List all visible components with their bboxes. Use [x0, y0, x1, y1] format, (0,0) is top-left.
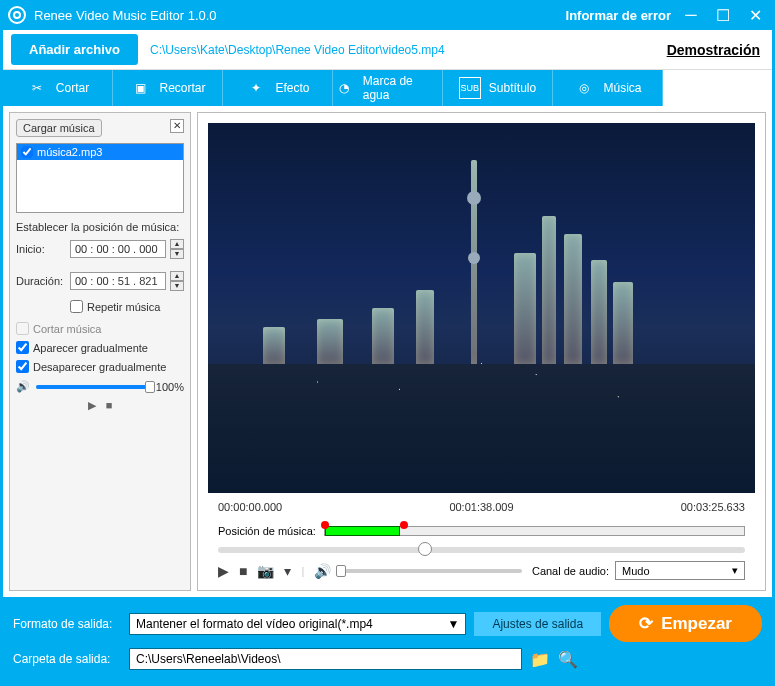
time-start: 00:00:00.000 — [218, 501, 282, 513]
tab-music[interactable]: ◎Música — [553, 70, 663, 106]
folder-label: Carpeta de salida: — [13, 652, 121, 666]
tab-subtitle[interactable]: SUBSubtítulo — [443, 70, 553, 106]
disc-icon: ◎ — [573, 77, 595, 99]
mute-button[interactable]: 🔊 — [314, 563, 331, 579]
track-marker-start[interactable] — [321, 521, 329, 529]
panel-stop-button[interactable]: ■ — [106, 399, 113, 412]
tab-blank — [663, 70, 772, 106]
file-bar: Añadir archivo C:\Users\Kate\Desktop\Ren… — [3, 30, 772, 70]
crop-icon: ▣ — [129, 77, 151, 99]
titlebar: Renee Video Music Editor 1.0.0 Informar … — [0, 0, 775, 30]
snapshot-dropdown[interactable]: ▾ — [284, 563, 291, 579]
browse-folder-button[interactable]: 📁 — [530, 650, 550, 669]
wand-icon: ✦ — [245, 77, 267, 99]
music-segment[interactable] — [325, 526, 400, 536]
music-item[interactable]: música2.mp3 — [17, 144, 183, 160]
start-spinner[interactable]: ▲▼ — [170, 239, 184, 259]
seek-thumb[interactable] — [418, 542, 432, 556]
close-button[interactable]: ✕ — [743, 3, 767, 27]
fade-out-checkbox[interactable] — [16, 360, 29, 373]
add-file-button[interactable]: Añadir archivo — [11, 34, 138, 65]
duration-spinner[interactable]: ▲▼ — [170, 271, 184, 291]
subtitle-icon: SUB — [459, 77, 481, 99]
play-button[interactable]: ▶ — [218, 563, 229, 579]
start-input[interactable]: 00 : 00 : 00 . 000 — [70, 240, 166, 258]
volume-slider[interactable] — [36, 385, 150, 389]
music-item-checkbox[interactable] — [21, 146, 33, 158]
chevron-down-icon: ▾ — [732, 564, 738, 577]
time-mid: 00:01:38.009 — [449, 501, 513, 513]
refresh-icon: ⟳ — [639, 613, 653, 634]
start-button[interactable]: ⟳Empezar — [609, 605, 762, 642]
tab-crop[interactable]: ▣Recortar — [113, 70, 223, 106]
cut-music-label: Cortar música — [33, 323, 101, 335]
maximize-button[interactable]: ☐ — [711, 3, 735, 27]
tab-watermark[interactable]: ◔Marca de agua — [333, 70, 443, 106]
load-music-button[interactable]: Cargar música — [16, 119, 102, 137]
music-track[interactable] — [324, 526, 745, 536]
open-folder-button[interactable]: 🔍 — [558, 650, 578, 669]
music-position-label: Posición de música: — [218, 525, 316, 537]
minimize-button[interactable]: ─ — [679, 3, 703, 27]
format-label: Formato de salida: — [13, 617, 121, 631]
start-label: Inicio: — [16, 243, 66, 255]
file-path: C:\Users\Kate\Desktop\Renee Video Editor… — [150, 43, 667, 57]
panel-close-button[interactable]: ✕ — [170, 119, 184, 133]
scissors-icon: ✂ — [26, 77, 48, 99]
audio-channel-label: Canal de audio: — [532, 565, 609, 577]
panel-play-button[interactable]: ▶ — [88, 399, 96, 412]
set-position-label: Establecer la posición de música: — [16, 221, 184, 233]
fade-in-label: Aparecer gradualmente — [33, 342, 148, 354]
video-preview — [208, 123, 755, 493]
volume-value: 100% — [156, 381, 184, 393]
stop-button[interactable]: ■ — [239, 563, 247, 579]
speaker-icon: 🔊 — [16, 380, 30, 393]
time-end: 00:03:25.633 — [681, 501, 745, 513]
fade-in-checkbox[interactable] — [16, 341, 29, 354]
toolbar: ✂Cortar ▣Recortar ✦Efecto ◔Marca de agua… — [3, 70, 772, 106]
audio-channel-select[interactable]: Mudo▾ — [615, 561, 745, 580]
tab-cut[interactable]: ✂Cortar — [3, 70, 113, 106]
report-error-link[interactable]: Informar de error — [566, 8, 671, 23]
duration-label: Duración: — [16, 275, 66, 287]
chevron-down-icon: ▼ — [448, 617, 460, 631]
preview-panel: 00:00:00.000 00:01:38.009 00:03:25.633 P… — [197, 112, 766, 591]
folder-input[interactable]: C:\Users\Reneelab\Videos\ — [129, 648, 522, 670]
music-panel: Cargar música ✕ música2.mp3 Establecer l… — [9, 112, 191, 591]
seek-bar[interactable] — [218, 547, 745, 553]
cut-music-checkbox — [16, 322, 29, 335]
demo-link[interactable]: Demostración — [667, 42, 760, 58]
duration-input[interactable]: 00 : 00 : 51 . 821 — [70, 272, 166, 290]
repeat-label: Repetir música — [87, 301, 160, 313]
track-marker-end[interactable] — [400, 521, 408, 529]
music-item-label: música2.mp3 — [37, 146, 102, 158]
tab-effect[interactable]: ✦Efecto — [223, 70, 333, 106]
snapshot-button[interactable]: 📷 — [257, 563, 274, 579]
fade-out-label: Desaparecer gradualmente — [33, 361, 166, 373]
droplet-icon: ◔ — [333, 77, 355, 99]
repeat-checkbox[interactable] — [70, 300, 83, 313]
app-title: Renee Video Music Editor 1.0.0 — [34, 8, 217, 23]
music-list[interactable]: música2.mp3 — [16, 143, 184, 213]
preview-volume-slider[interactable] — [341, 569, 522, 573]
output-bar: Formato de salida: Mantener el formato d… — [3, 597, 772, 680]
format-select[interactable]: Mantener el formato del vídeo original(*… — [129, 613, 466, 635]
timeline-labels: 00:00:00.000 00:01:38.009 00:03:25.633 — [208, 501, 755, 513]
output-settings-button[interactable]: Ajustes de salida — [474, 612, 601, 636]
app-icon — [8, 6, 26, 24]
